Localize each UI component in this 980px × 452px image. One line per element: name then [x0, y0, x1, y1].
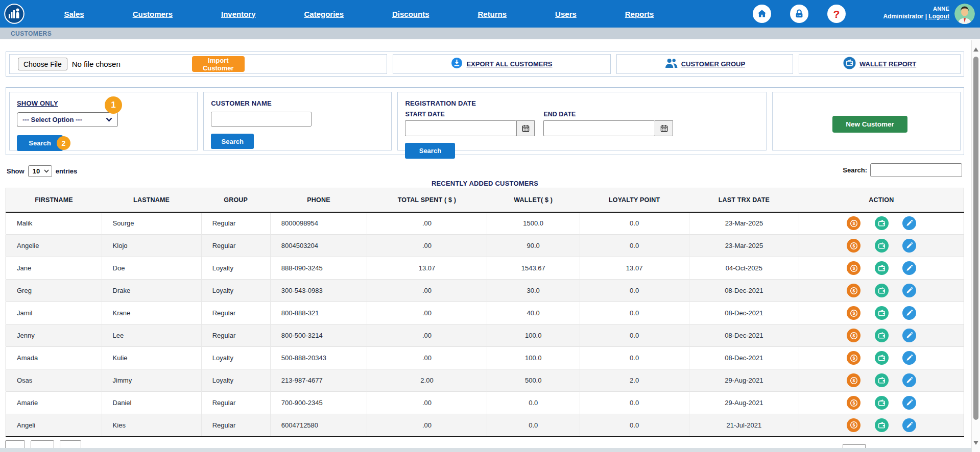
money-icon[interactable]: $ [847, 396, 861, 410]
edit-icon[interactable] [902, 306, 916, 320]
edit-icon[interactable] [902, 261, 916, 275]
scroll-down-icon[interactable] [973, 441, 978, 445]
lock-icon[interactable] [790, 5, 808, 23]
wallet-report-link[interactable]: WALLET REPORT [859, 60, 916, 68]
cell-group: Loyalty [201, 369, 270, 392]
nav-link-discounts[interactable]: Discounts [392, 10, 429, 18]
people-icon [664, 58, 678, 70]
wallet-icon[interactable] [875, 261, 889, 275]
edit-icon[interactable] [902, 284, 916, 297]
table-title: RECENTLY ADDED CUSTOMERS [6, 180, 964, 187]
customer-name-input[interactable] [211, 112, 312, 127]
cell-loyalty-point: 0.0 [580, 392, 689, 414]
cell-loyalty-point: 0.0 [580, 235, 689, 257]
app-logo-icon[interactable] [4, 4, 25, 24]
wallet-icon[interactable] [875, 284, 889, 297]
chevron-down-icon [44, 169, 49, 173]
svg-text:$: $ [852, 243, 855, 248]
cell-group: Loyalty [201, 280, 270, 302]
end-date-input[interactable] [543, 120, 655, 136]
money-icon[interactable]: $ [847, 418, 861, 432]
svg-text:$: $ [852, 311, 855, 316]
end-date-calendar-icon[interactable] [655, 120, 673, 136]
home-icon[interactable] [753, 5, 771, 23]
wallet-icon[interactable] [875, 239, 889, 253]
logout-link[interactable]: Logout [928, 13, 949, 20]
show-only-select[interactable]: --- Select Option --- [17, 112, 118, 127]
cell-actions: $ [799, 280, 964, 302]
cell-group: Regular [201, 212, 270, 235]
choose-file-button[interactable]: Choose File [18, 58, 67, 70]
new-customer-button[interactable]: New Customer [832, 116, 907, 133]
cell-firstname: Amarie [6, 392, 102, 414]
navbar: SalesCustomersInventoryCategoriesDiscoun… [0, 0, 980, 28]
column-header-lastname: LASTNAME [102, 188, 201, 212]
cell-firstname: Malik [6, 212, 102, 235]
edit-icon[interactable] [902, 373, 916, 387]
customer-name-label: CUSTOMER NAME [211, 99, 272, 107]
show-only-search-button[interactable]: Search [17, 135, 63, 151]
column-header-firstname: FIRSTNAME [6, 188, 102, 212]
page-size-select[interactable]: 10 [28, 165, 52, 177]
money-icon[interactable]: $ [847, 351, 861, 365]
svg-text:$: $ [852, 221, 855, 226]
registration-date-search-button[interactable]: Search [405, 143, 455, 159]
cell-last-trx-date: 08-Dec-2021 [689, 324, 799, 347]
cell-phone: 888-090-3245 [270, 257, 367, 280]
cell-last-trx-date: 21-Jul-2021 [689, 414, 799, 437]
money-icon[interactable]: $ [847, 373, 861, 387]
breadcrumb-label: CUSTOMERS [11, 30, 52, 37]
cell-total-spent: .00 [367, 392, 487, 414]
nav-link-customers[interactable]: Customers [133, 10, 173, 18]
money-icon[interactable]: $ [847, 306, 861, 320]
wallet-icon[interactable] [875, 329, 889, 342]
scroll-up-icon[interactable] [973, 47, 978, 52]
edit-icon[interactable] [902, 239, 916, 253]
wallet-icon[interactable] [875, 216, 889, 230]
wallet-icon[interactable] [875, 396, 889, 410]
nav-link-sales[interactable]: Sales [64, 10, 84, 18]
nav-link-inventory[interactable]: Inventory [221, 10, 256, 18]
export-all-customers-box: EXPORT ALL CUSTOMERS [393, 54, 610, 74]
wallet-icon[interactable] [875, 351, 889, 365]
customer-group-link[interactable]: CUSTOMER GROUP [681, 60, 745, 68]
edit-icon[interactable] [902, 351, 916, 365]
edit-icon[interactable] [902, 329, 916, 342]
cell-loyalty-point: 2.0 [580, 369, 689, 392]
money-icon[interactable]: $ [847, 239, 861, 253]
nav-link-users[interactable]: Users [555, 10, 577, 18]
export-all-customers-link[interactable]: EXPORT ALL CUSTOMERS [466, 60, 552, 68]
table-row: Amarie Daniel Regular 700-900-2345 .00 0… [6, 392, 964, 414]
svg-text:$: $ [852, 266, 855, 271]
wallet-report-icon [843, 57, 856, 71]
cell-firstname: Osas [6, 369, 102, 392]
user-name: ANNE [883, 6, 949, 12]
customer-name-search-button[interactable]: Search [211, 134, 254, 149]
cell-loyalty-point: 0.0 [580, 212, 689, 235]
user-avatar[interactable] [954, 4, 975, 24]
cell-wallet: 30.0 [487, 280, 580, 302]
money-icon[interactable]: $ [847, 284, 861, 297]
cell-group: Loyalty [201, 347, 270, 369]
wallet-icon[interactable] [875, 306, 889, 320]
import-customer-button[interactable]: Import Customer [192, 56, 245, 72]
nav-link-returns[interactable]: Returns [477, 10, 507, 18]
vertical-scrollbar[interactable] [971, 40, 980, 452]
nav-link-reports[interactable]: Reports [625, 10, 654, 18]
money-icon[interactable]: $ [847, 261, 861, 275]
edit-icon[interactable] [902, 216, 916, 230]
start-date-calendar-icon[interactable] [516, 120, 535, 136]
money-icon[interactable]: $ [847, 216, 861, 230]
help-icon[interactable]: ? [827, 5, 846, 23]
svg-text:$: $ [852, 356, 855, 361]
start-date-input[interactable] [405, 120, 516, 136]
edit-icon[interactable] [902, 396, 916, 410]
scrollbar-thumb[interactable] [973, 57, 978, 420]
wallet-icon[interactable] [875, 418, 889, 432]
file-status-text: No file chosen [72, 60, 121, 68]
money-icon[interactable]: $ [847, 329, 861, 342]
edit-icon[interactable] [902, 418, 916, 432]
wallet-icon[interactable] [875, 373, 889, 387]
nav-link-categories[interactable]: Categories [304, 10, 344, 18]
table-search-input[interactable] [870, 163, 962, 177]
